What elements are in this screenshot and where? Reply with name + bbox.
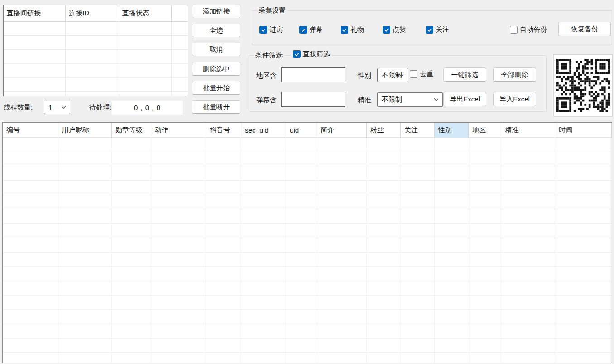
checkbox-icon[interactable] <box>510 26 518 34</box>
batch-start-button[interactable]: 批量开始 <box>192 81 240 95</box>
data-table-row[interactable] <box>3 138 612 152</box>
checkbox-checked-icon[interactable] <box>299 26 307 34</box>
data-table-row[interactable] <box>3 224 612 238</box>
danmaku-contains-input[interactable] <box>281 92 345 107</box>
data-table-row[interactable] <box>3 339 612 353</box>
live-link-table[interactable]: 直播间链接连接ID直播状态 <box>3 5 188 96</box>
data-table-column-header[interactable]: 粉丝 <box>367 123 401 138</box>
data-table-cell <box>435 181 469 195</box>
link-table-column-header[interactable] <box>172 5 188 22</box>
data-table-row[interactable] <box>3 267 612 281</box>
data-table-cell <box>317 296 367 310</box>
data-table-row[interactable] <box>3 310 612 324</box>
data-table-cell <box>206 339 241 353</box>
link-table-row[interactable] <box>4 36 188 50</box>
data-table-row[interactable] <box>3 209 612 224</box>
data-table-cell <box>112 281 151 296</box>
precise-select[interactable]: 不限制 <box>377 92 443 107</box>
user-data-table[interactable]: 编号用户昵称勋章等级动作抖音号sec_uiduid简介粉丝关注性别地区精准时间 <box>2 122 612 363</box>
data-table-cell <box>317 281 367 296</box>
data-table-column-header[interactable]: 勋章等级 <box>112 123 151 138</box>
data-table-cell <box>58 166 112 181</box>
data-table-row[interactable] <box>3 181 612 195</box>
data-table-row[interactable] <box>3 195 612 210</box>
link-table-row[interactable] <box>4 22 188 36</box>
data-table-cell <box>501 267 555 281</box>
data-table-row[interactable] <box>3 166 612 181</box>
checkbox-checked-icon[interactable] <box>426 26 433 34</box>
dedupe-checkbox[interactable]: 去重 <box>410 70 433 78</box>
data-table-row[interactable] <box>3 281 612 296</box>
select-all-button[interactable]: 全选 <box>192 24 240 37</box>
data-table-cell <box>241 224 286 238</box>
cancel-button[interactable]: 取消 <box>192 43 240 56</box>
data-table-cell <box>286 281 317 296</box>
import-excel-button[interactable]: 导入Excel <box>493 92 536 106</box>
checkbox-icon[interactable] <box>410 70 417 78</box>
collect-option-gift[interactable]: 礼物 <box>341 25 364 34</box>
data-table-column-header[interactable]: 时间 <box>555 123 612 138</box>
collect-option-danmaku[interactable]: 弹幕 <box>299 25 323 34</box>
data-table-column-header[interactable]: 简介 <box>317 123 367 138</box>
direct-filter-checkbox[interactable]: 直接筛选 <box>291 50 332 58</box>
thread-count-select[interactable]: 1 <box>44 101 70 114</box>
delete-all-button[interactable]: 全部删除 <box>493 67 536 82</box>
data-table-cell <box>401 310 435 324</box>
collect-option-like[interactable]: 点赞 <box>383 25 406 34</box>
data-table-cell <box>501 253 555 267</box>
restore-backup-button[interactable]: 恢复备份 <box>558 22 611 36</box>
data-table-cell <box>401 339 435 353</box>
data-table-column-header[interactable]: 抖音号 <box>206 123 241 138</box>
data-table-cell <box>367 224 401 238</box>
data-table-column-header[interactable]: 编号 <box>3 123 58 138</box>
data-table-cell <box>501 224 555 238</box>
data-table-cell <box>286 224 317 238</box>
link-table-column-header[interactable]: 直播间链接 <box>4 5 66 22</box>
data-table-row[interactable] <box>3 152 612 167</box>
data-table-cell <box>367 138 401 152</box>
link-table-row[interactable] <box>4 50 188 64</box>
link-table-row[interactable] <box>4 92 188 96</box>
data-table-column-header[interactable]: uid <box>286 123 317 138</box>
data-table-cell <box>3 339 58 353</box>
data-table-cell <box>3 353 58 363</box>
delete-selected-button[interactable]: 删除选中 <box>192 62 240 76</box>
data-table-row[interactable] <box>3 296 612 310</box>
checkbox-checked-icon[interactable] <box>383 26 390 34</box>
data-table-column-header[interactable]: 关注 <box>401 123 435 138</box>
checkbox-checked-icon[interactable] <box>293 50 301 58</box>
data-table-row[interactable] <box>3 324 612 339</box>
data-table-cell <box>58 281 112 296</box>
add-link-button[interactable]: 添加链接 <box>192 5 240 18</box>
data-table-row[interactable] <box>3 253 612 267</box>
export-excel-button[interactable]: 导出Excel <box>443 92 486 106</box>
collect-option-follow[interactable]: 关注 <box>426 25 449 34</box>
data-table-column-header[interactable]: sec_uid <box>241 123 286 138</box>
data-table-cell <box>58 209 112 224</box>
link-table-column-header[interactable]: 直播状态 <box>119 5 172 22</box>
data-table-column-header[interactable]: 地区 <box>469 123 501 138</box>
link-table-row[interactable] <box>4 64 188 78</box>
data-table-row[interactable] <box>3 238 612 253</box>
link-table-row[interactable] <box>4 78 188 92</box>
checkbox-checked-icon[interactable] <box>259 26 267 34</box>
data-table-column-header[interactable]: 动作 <box>151 123 206 138</box>
thread-count-label: 线程数量: <box>4 103 33 112</box>
collect-option-enter-room[interactable]: 进房 <box>259 25 283 34</box>
one-key-filter-button[interactable]: 一键筛选 <box>443 67 486 82</box>
data-table-row[interactable] <box>3 353 612 363</box>
link-table-column-header[interactable]: 连接ID <box>66 5 119 22</box>
gender-select[interactable]: 不限制 <box>377 68 408 82</box>
data-table-column-header[interactable]: 性别 <box>435 123 469 138</box>
checkbox-checked-icon[interactable] <box>341 26 348 34</box>
data-table-cell <box>241 324 286 339</box>
data-table-cell <box>317 310 367 324</box>
region-contains-input[interactable] <box>281 67 345 82</box>
auto-backup-checkbox[interactable]: 自动备份 <box>510 25 547 34</box>
data-table-cell <box>58 238 112 253</box>
data-table-column-header[interactable]: 用户昵称 <box>58 123 112 138</box>
data-table-column-header[interactable]: 精准 <box>501 123 555 138</box>
data-table-cell <box>501 353 555 363</box>
batch-disconnect-button[interactable]: 批量断开 <box>192 100 240 114</box>
data-table-cell <box>241 296 286 310</box>
